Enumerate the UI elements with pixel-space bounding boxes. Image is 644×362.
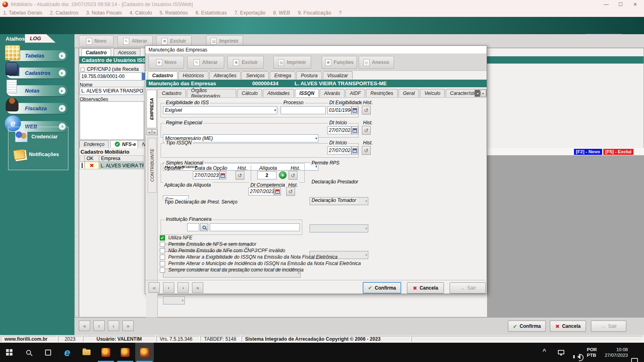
subtab-scroll-next[interactable]: ▸	[481, 90, 486, 97]
vtab-scroll-next[interactable]: ▸	[152, 129, 157, 135]
record-prev-button[interactable]: ‹	[93, 321, 105, 331]
hist-button[interactable]: ↺	[235, 171, 244, 180]
subtab-veiculo[interactable]: Veículo	[420, 89, 445, 97]
record-prev-button[interactable]: ‹	[163, 282, 174, 293]
file-explorer-button[interactable]	[77, 343, 96, 362]
notification-center-icon[interactable]	[631, 358, 638, 362]
volume-icon[interactable]	[575, 354, 580, 359]
hist-button[interactable]: ↺	[286, 187, 295, 196]
menu-help[interactable]: ?	[339, 10, 342, 16]
dialog-imprimir-button[interactable]: ▤Imprimir	[273, 56, 311, 69]
checkbox-row-alterar-municipio[interactable]: Permite Alterar o Município de Incidênci…	[160, 261, 361, 266]
subtab-cadastro[interactable]: Cadastro	[157, 89, 186, 97]
observacoes-textarea[interactable]	[80, 101, 144, 140]
chevron-down-icon[interactable]: »	[59, 105, 66, 112]
record-first-button[interactable]: «	[79, 321, 90, 331]
confirma-button[interactable]: ✔Confirma	[508, 321, 546, 332]
add-aliquota-button[interactable]: +	[279, 171, 287, 179]
tab-historicos[interactable]: Históricos	[178, 71, 208, 79]
instituicao-codigo-input[interactable]	[187, 223, 199, 231]
sair-button[interactable]: →Sair	[591, 321, 626, 332]
tab-alteracoes[interactable]: Alterações	[209, 71, 241, 79]
checkbox[interactable]	[160, 242, 165, 247]
chevron-down-icon[interactable]: »	[59, 52, 66, 59]
calendar-button[interactable]	[351, 106, 358, 114]
tab-servicos[interactable]: Serviços	[242, 71, 269, 79]
confirma-button[interactable]: ✔Confirma	[363, 282, 401, 294]
chevron-down-icon[interactable]: »	[59, 87, 66, 94]
hist-button[interactable]: ↺	[362, 146, 371, 155]
menu-tabelas-gerais[interactable]: 1. Tabelas Gerais	[3, 10, 42, 16]
hist-button[interactable]: ↺	[289, 171, 297, 180]
exigibilidade-select[interactable]: Exigível	[163, 106, 277, 114]
subtab-restricoes[interactable]: Restrições	[366, 89, 398, 97]
checkbox[interactable]	[160, 255, 165, 260]
novo-button[interactable]: ✚Novo	[79, 35, 114, 47]
subtab-orgaos-relacionados[interactable]: Órgãos Relacionados	[187, 89, 237, 97]
minimize-button[interactable]: —	[599, 0, 613, 9]
record-first-button[interactable]: «	[149, 282, 160, 293]
instituicao-nome-input[interactable]	[210, 223, 300, 231]
tab-nfse[interactable]: ✔ NFS-e	[110, 140, 140, 148]
vtab-contribuinte[interactable]: CONTRIBUINTE	[148, 138, 157, 193]
dialog-alterar-button[interactable]: ✎Alterar	[187, 56, 224, 69]
tipo-dt-input[interactable]: 27/07/2023	[327, 146, 351, 154]
vtab-scroll-prev[interactable]: ◂	[147, 129, 152, 135]
taskbar-search-button[interactable]	[19, 343, 38, 362]
menu-fiscalizacao[interactable]: 9. Fiscalização	[298, 10, 331, 16]
cpf-lookup-icon[interactable]	[142, 73, 145, 80]
subtab-atividades[interactable]: Atividades	[263, 89, 294, 97]
cpf-checkbox[interactable]	[80, 68, 85, 72]
sair-button[interactable]: →Sair	[450, 282, 486, 294]
excluir-button[interactable]: ✖Excluir	[156, 35, 192, 47]
mdi-left-scrollbar[interactable]	[74, 48, 79, 317]
close-button[interactable]: ✕	[628, 0, 642, 9]
alterar-button[interactable]: ✎Alterar	[118, 35, 153, 47]
grid-cell-ok[interactable]: ✖	[85, 162, 99, 169]
dialog-novo-button[interactable]: ✚Novo	[149, 56, 184, 69]
network-icon[interactable]	[558, 350, 564, 354]
app-button-2[interactable]	[116, 343, 134, 362]
aliquota-input[interactable]: 2	[257, 171, 277, 179]
tab-cadastro-usuarios[interactable]: Cadastro	[81, 48, 111, 56]
checkbox-row-alterar-exigibilidade[interactable]: Permite Alterar a Exigibilidade do ISSQN…	[160, 254, 337, 260]
sidebar-item-credenciar[interactable]: Credenciar	[15, 132, 58, 142]
checkbox-row-local-prestacao[interactable]: Sempre considerar local da prestação com…	[160, 267, 303, 273]
sidebar-item-notificacoes[interactable]: Notificações	[14, 150, 59, 159]
subtab-geral[interactable]: Geral	[398, 89, 419, 97]
checkbox-row-utiliza-nfe[interactable]: Utiliza NFE	[160, 235, 192, 241]
checkbox[interactable]	[160, 235, 165, 241]
dt-exigibilidade-input[interactable]: 01/01/1990	[327, 106, 351, 114]
checkbox[interactable]	[160, 248, 165, 253]
tab-postura[interactable]: Postura	[296, 71, 322, 79]
chevron-down-icon[interactable]: »	[59, 70, 66, 76]
menu-cadastros[interactable]: 2. Cadastros	[50, 10, 78, 16]
subtab-alvaras[interactable]: Alvarás	[320, 89, 345, 97]
dt-competencia-input[interactable]: 27/07/2023	[248, 187, 274, 195]
menu-relatorios[interactable]: 5. Relatórios	[159, 10, 188, 16]
record-next-button[interactable]: ›	[178, 282, 189, 293]
record-last-button[interactable]: »	[122, 321, 134, 331]
tab-visualizar[interactable]: Visualizar	[323, 71, 353, 79]
calendar-button[interactable]	[274, 187, 281, 195]
cancela-button[interactable]: ✖Cancela	[550, 321, 586, 332]
tab-entrega[interactable]: Entrega	[270, 71, 295, 79]
menu-notas-fiscais[interactable]: 3. Notas Fiscais	[86, 10, 122, 16]
calendar-button[interactable]	[219, 171, 226, 179]
dialog-anexos-button[interactable]: ◎Anexos	[359, 56, 394, 69]
processo-input[interactable]	[281, 106, 326, 114]
dialog-excluir-button[interactable]: ✖Excluir	[227, 56, 264, 69]
search-button[interactable]	[200, 223, 208, 231]
record-next-button[interactable]: ›	[108, 321, 119, 331]
hist-button[interactable]: ↺	[362, 126, 371, 135]
vtab-empresa[interactable]: EMPRESA	[147, 90, 157, 128]
record-last-button[interactable]: »	[192, 282, 203, 293]
menu-estatisticas[interactable]: 6. Estatísticas	[196, 10, 227, 16]
keyboard-language[interactable]: POR PTB	[587, 347, 597, 358]
internet-explorer-button[interactable]: e	[58, 343, 76, 362]
checkbox[interactable]	[160, 261, 165, 266]
cpf-input[interactable]: 19.755.038/0001-00	[80, 72, 143, 80]
regime-dt-input[interactable]: 27/07/2023	[327, 126, 351, 134]
data-opcao-input[interactable]: 27/07/2023	[193, 171, 219, 179]
maximize-button[interactable]: ☐	[613, 0, 628, 9]
